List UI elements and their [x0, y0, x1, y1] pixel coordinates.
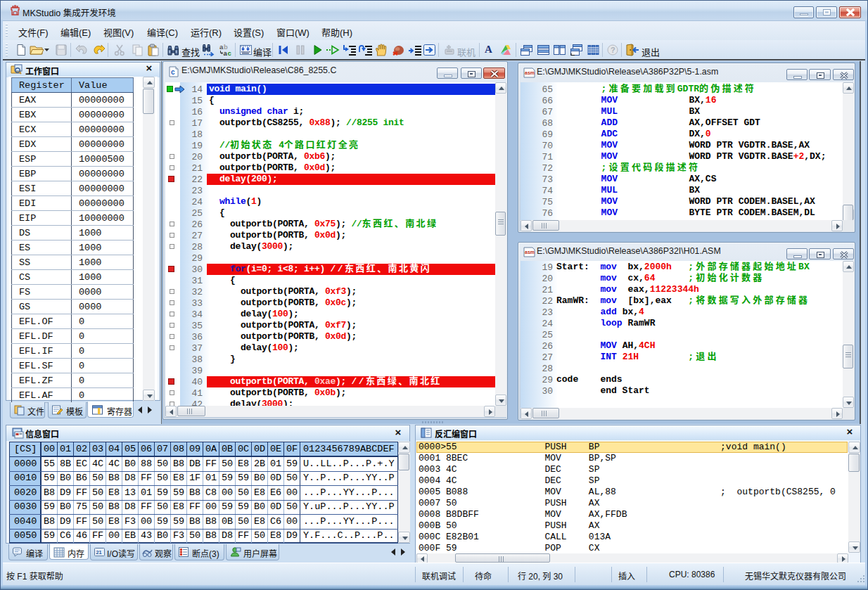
- svg-text:?: ?: [611, 46, 615, 54]
- svg-text:c: c: [171, 68, 175, 76]
- svg-text:asm: asm: [525, 250, 535, 255]
- svg-text:21: 21: [96, 549, 101, 556]
- svg-text:asm: asm: [525, 70, 535, 75]
- svg-text:c: c: [228, 49, 231, 56]
